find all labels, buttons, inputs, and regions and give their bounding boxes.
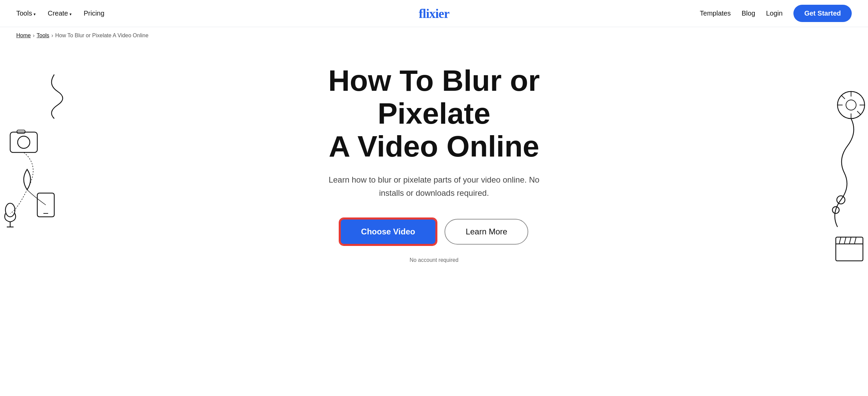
breadcrumb-current: How To Blur or Pixelate A Video Online — [55, 33, 149, 39]
svg-rect-18 — [836, 237, 863, 261]
choose-video-button[interactable]: Choose Video — [340, 218, 437, 245]
svg-point-1 — [18, 136, 30, 148]
svg-rect-0 — [10, 132, 37, 152]
nav-templates[interactable]: Templates — [700, 9, 731, 17]
nav-left: Tools▾ Create▾ Pricing — [16, 9, 104, 17]
nav-create[interactable]: Create▾ — [48, 9, 72, 17]
nav-blog[interactable]: Blog — [742, 9, 755, 17]
svg-line-22 — [849, 237, 851, 244]
svg-line-21 — [844, 237, 846, 244]
breadcrumb-sep-2: › — [51, 33, 53, 39]
svg-rect-2 — [17, 130, 25, 133]
hero-btns-row: Choose Video Learn More — [340, 218, 528, 245]
svg-line-23 — [854, 237, 856, 244]
get-started-button[interactable]: Get Started — [793, 5, 852, 22]
svg-point-16 — [837, 196, 845, 204]
nav-tools[interactable]: Tools▾ — [16, 9, 36, 17]
hero-title: How To Blur or Pixelate A Video Online — [281, 64, 587, 163]
learn-more-button[interactable]: Learn More — [445, 219, 528, 245]
hero-buttons: Choose Video Learn More No account requi… — [340, 218, 528, 263]
svg-point-8 — [837, 91, 865, 119]
navbar: Tools▾ Create▾ Pricing flixier Templates… — [0, 0, 868, 27]
deco-right — [773, 64, 868, 268]
svg-line-14 — [842, 96, 845, 99]
hero-section: How To Blur or Pixelate A Video Online L… — [0, 44, 868, 349]
no-account-text: No account required — [410, 257, 458, 263]
svg-line-15 — [857, 111, 861, 114]
nav-login[interactable]: Login — [766, 9, 783, 17]
deco-left — [0, 64, 95, 268]
svg-point-17 — [832, 207, 839, 213]
nav-right-links: Templates Blog Login — [700, 9, 783, 17]
svg-rect-6 — [37, 193, 54, 217]
breadcrumb-sep-1: › — [33, 33, 35, 39]
brand-logo[interactable]: flixier — [419, 6, 449, 21]
tools-dropdown-icon: ▾ — [34, 12, 36, 17]
hero-subtitle: Learn how to blur or pixelate parts of y… — [319, 173, 549, 200]
nav-right: Templates Blog Login Get Started — [700, 5, 852, 22]
breadcrumb: Home › Tools › How To Blur or Pixelate A… — [0, 27, 868, 44]
breadcrumb-tools[interactable]: Tools — [37, 33, 49, 39]
create-dropdown-icon: ▾ — [70, 12, 72, 17]
breadcrumb-home[interactable]: Home — [16, 33, 31, 39]
svg-point-3 — [5, 203, 15, 217]
nav-pricing[interactable]: Pricing — [84, 9, 104, 17]
svg-point-9 — [846, 100, 856, 110]
svg-line-20 — [839, 237, 841, 244]
